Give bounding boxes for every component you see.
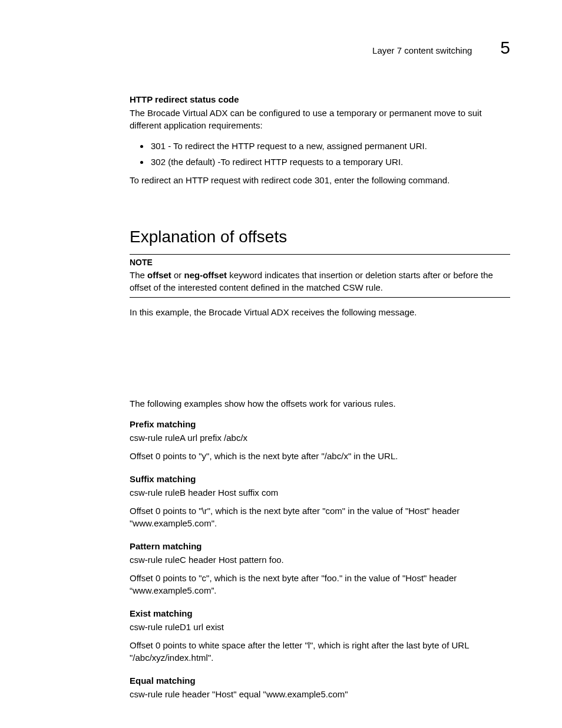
examples-intro: The following examples show how the offs… [130,397,510,410]
rule-desc: Offset 0 points to "y", which is the nex… [130,450,510,462]
rule-desc: Offset 0 points to "c", which is the nex… [130,572,510,597]
rule-exist: Exist matching csw-rule ruleD1 url exist… [130,607,510,664]
intro-para-2: To redirect an HTTP request with redirec… [130,174,510,186]
rule-equal: Equal matching csw-rule rule header "Hos… [130,674,510,700]
rule-command: csw-rule rule header "Host" equal "www.e… [130,688,510,700]
rule-heading: Exist matching [130,607,510,620]
rule-command: csw-rule ruleC header Host pattern foo. [130,554,510,566]
rule-desc: Offset 0 points to white space after the… [130,639,510,664]
note-text: or [171,270,184,280]
note-keyword-neg-offset: neg-offset [184,270,227,280]
rule-prefix: Prefix matching csw-rule ruleA url prefi… [130,418,510,462]
rule-heading: Pattern matching [130,540,510,552]
page: Layer 7 content switching 5 HTTP redirec… [0,0,562,728]
note-text: The [130,270,147,280]
running-title: Layer 7 content switching [372,44,472,57]
bullet-item: 302 (the default) -To redirect HTTP requ… [150,156,510,168]
note-body: The offset or neg-offset keyword indicat… [130,269,510,294]
note-label: NOTE [130,257,510,269]
rule-command: csw-rule ruleA url prefix /abc/x [130,431,510,444]
note-box: NOTE The offset or neg-offset keyword in… [130,254,510,298]
intro-block: HTTP redirect status code The Brocade Vi… [130,93,510,186]
rule-heading: Prefix matching [130,418,510,430]
chapter-number: 5 [500,35,510,60]
intro-para-1: The Brocade Virtual ADX can be configure… [130,107,510,131]
after-note-para: In this example, the Brocade Virtual ADX… [130,306,510,318]
rule-pattern: Pattern matching csw-rule ruleC header H… [130,540,510,597]
note-keyword-offset: offset [147,270,171,280]
intro-bullets: 301 - To redirect the HTTP request to a … [130,140,510,168]
section-title: Explanation of offsets [130,225,510,248]
intro-heading: HTTP redirect status code [130,93,510,106]
rule-command: csw-rule ruleB header Host suffix com [130,486,510,499]
running-header: Layer 7 content switching 5 [130,35,510,60]
rule-heading: Equal matching [130,674,510,687]
rule-command: csw-rule ruleD1 url exist [130,621,510,633]
rule-desc: Offset 0 points to "\r", which is the ne… [130,505,510,529]
rule-suffix: Suffix matching csw-rule ruleB header Ho… [130,473,510,529]
rule-heading: Suffix matching [130,473,510,485]
bullet-item: 301 - To redirect the HTTP request to a … [150,140,510,152]
